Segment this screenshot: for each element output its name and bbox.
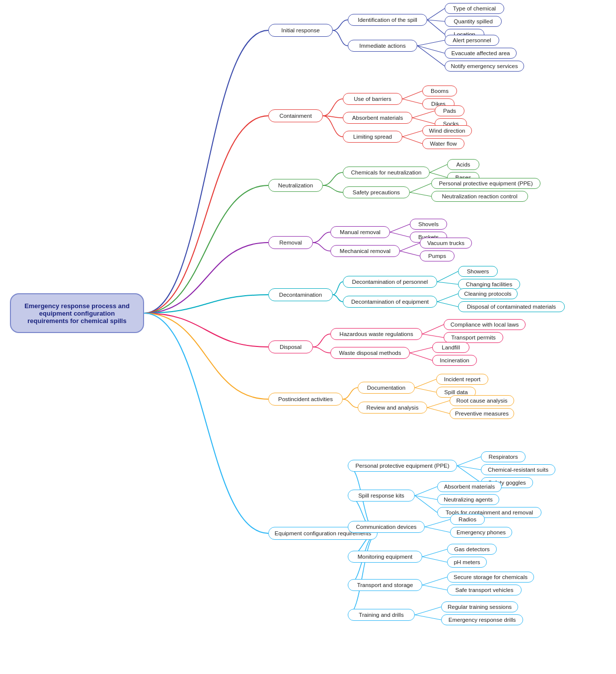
svg-line-19 [400, 251, 420, 256]
sub-hazwaste: Hazardous waste regulations [330, 328, 422, 340]
leaf-19: Pumps [420, 251, 455, 261]
leaf-40: Gas detectors [447, 544, 497, 555]
svg-line-23 [437, 302, 458, 307]
sub-safety_prec: Safety precautions [343, 186, 410, 198]
svg-line-43 [422, 585, 447, 590]
svg-line-1 [427, 20, 445, 21]
sub-training: Training and drills [348, 609, 415, 621]
svg-line-16 [390, 224, 410, 232]
leaf-1: Quantity spilled [445, 16, 502, 27]
branch-postincident: Postincident activities [268, 393, 343, 406]
sub-waste_methods: Waste disposal methods [330, 347, 410, 359]
sub-transport: Transport and storage [348, 579, 422, 591]
svg-line-2 [427, 20, 445, 34]
leaf-27: Incineration [432, 355, 477, 366]
leaf-6: Booms [422, 85, 457, 96]
mind-map-canvas: Emergency response process and equipment… [0, 0, 616, 674]
svg-line-24 [422, 325, 444, 334]
leaf-32: Respirators [481, 451, 526, 462]
leaf-44: Regular training sessions [441, 601, 518, 612]
sub-limit_spread: Limiting spread [343, 131, 402, 143]
svg-line-11 [402, 137, 422, 144]
svg-line-35 [415, 487, 437, 496]
sub-review: Review and analysis [358, 402, 427, 414]
svg-line-26 [410, 347, 432, 353]
leaf-22: Cleaning protocols [458, 288, 518, 299]
svg-line-13 [430, 172, 447, 177]
sub-decon_pers: Decontamination of personnel [343, 276, 437, 288]
leaf-14: Personal protective equipment (PPE) [431, 178, 540, 189]
svg-line-29 [415, 388, 436, 392]
leaf-42: Secure storage for chemicals [447, 572, 534, 583]
svg-line-7 [402, 99, 422, 104]
svg-line-40 [422, 549, 447, 557]
svg-line-5 [417, 46, 445, 66]
sub-manual_rem: Manual removal [330, 226, 390, 238]
sub-id_spill: Identification of the spill [348, 14, 427, 26]
svg-line-22 [437, 294, 458, 302]
root-node: Emergency response process and equipment… [10, 293, 144, 333]
branch-neutralization: Neutralization [268, 179, 323, 192]
svg-line-9 [412, 118, 435, 124]
leaf-3: Alert personnel [445, 35, 499, 46]
leaf-20: Showers [458, 266, 498, 277]
svg-line-15 [410, 192, 431, 196]
leaf-43: Safe transport vehicles [447, 585, 522, 595]
svg-line-20 [437, 271, 458, 282]
leaf-12: Acids [447, 159, 479, 170]
svg-line-17 [390, 232, 410, 237]
sub-monitor_equip: Monitoring equipment [348, 551, 422, 563]
leaf-8: Pads [435, 105, 464, 116]
branch-removal: Removal [268, 236, 313, 249]
leaf-28: Incident report [436, 374, 488, 385]
leaf-41: pH meters [447, 557, 487, 568]
leaf-38: Radios [450, 514, 485, 525]
leaf-31: Preventive measures [450, 408, 514, 419]
leaf-25: Transport permits [444, 332, 503, 343]
svg-line-37 [415, 496, 437, 512]
leaf-18: Vacuum trucks [420, 238, 472, 249]
leaf-39: Emergency phones [450, 527, 512, 538]
svg-line-45 [415, 615, 441, 620]
leaf-4: Evacuate affected area [445, 48, 517, 59]
svg-line-14 [410, 183, 431, 192]
leaf-15: Neutralization reaction control [431, 191, 528, 202]
svg-line-0 [427, 8, 445, 20]
sub-comm_devices: Communication devices [348, 521, 425, 533]
svg-line-4 [417, 46, 445, 53]
svg-line-21 [437, 282, 458, 284]
leaf-33: Chemical‑resistant suits [481, 464, 555, 475]
leaf-36: Neutralizing agents [437, 494, 499, 505]
svg-line-41 [422, 557, 447, 562]
svg-line-10 [402, 131, 422, 137]
leaf-10: Wind direction [422, 125, 472, 136]
sub-chem_neutral: Chemicals for neutralization [343, 167, 430, 178]
svg-line-28 [415, 379, 436, 388]
leaf-35: Absorbent materials [437, 481, 502, 492]
svg-line-36 [415, 496, 437, 500]
svg-line-31 [427, 408, 450, 414]
leaf-45: Emergency response drills [441, 614, 523, 625]
sub-documentation: Documentation [358, 382, 415, 394]
sub-ppe: Personal protective equipment (PPE) [348, 460, 457, 472]
svg-line-8 [412, 111, 435, 118]
svg-line-39 [425, 527, 450, 532]
leaf-26: Landfill [432, 342, 469, 353]
svg-line-34 [457, 466, 481, 483]
svg-line-44 [415, 607, 441, 615]
branch-containment: Containment [268, 109, 323, 122]
leaf-5: Notify emergency services [445, 61, 524, 72]
branch-disposal: Disposal [268, 340, 313, 353]
svg-line-3 [417, 40, 445, 46]
sub-spill_kits: Spill response kits [348, 490, 415, 502]
sub-absorbent: Absorbent materials [343, 112, 412, 124]
svg-line-42 [422, 577, 447, 585]
leaf-30: Root cause analysis [450, 395, 514, 406]
leaf-0: Type of chemical [445, 3, 504, 14]
svg-line-6 [402, 91, 422, 99]
svg-line-38 [425, 519, 450, 527]
leaf-24: Compliance with local laws [444, 319, 526, 330]
svg-line-18 [400, 243, 420, 251]
svg-line-30 [427, 401, 450, 408]
svg-line-25 [422, 334, 444, 337]
